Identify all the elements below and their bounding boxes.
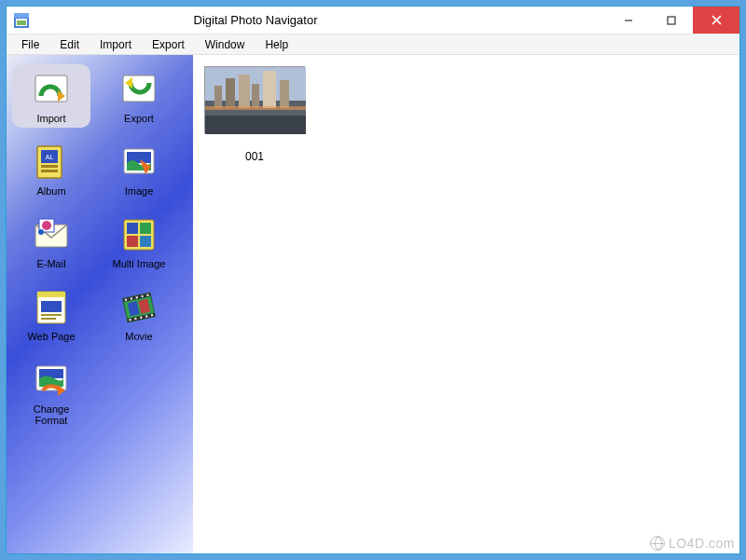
svg-rect-14 xyxy=(41,170,58,172)
svg-rect-56 xyxy=(205,106,306,110)
svg-rect-53 xyxy=(252,84,259,108)
sidebar-import-button[interactable]: Import xyxy=(12,64,90,128)
svg-rect-3 xyxy=(14,13,29,18)
thumbnail-pane: 001 xyxy=(193,55,739,553)
svg-rect-41 xyxy=(129,319,131,321)
thumbnail-image xyxy=(204,66,305,133)
menu-help[interactable]: Help xyxy=(256,36,297,53)
svg-rect-44 xyxy=(145,316,147,318)
sidebar-image-button[interactable]: Image xyxy=(100,137,178,200)
app-icon xyxy=(14,13,29,28)
titlebar: Digital Photo Navigator xyxy=(7,7,739,34)
menubar: File Edit Import Export Window Help xyxy=(7,34,739,55)
svg-rect-51 xyxy=(226,78,235,108)
email-icon xyxy=(32,215,71,254)
sidebar-export-button[interactable]: Export xyxy=(100,64,178,128)
sidebar-label: E-Mail xyxy=(36,258,65,269)
svg-rect-2 xyxy=(17,20,26,25)
thumbnail-item[interactable]: 001 xyxy=(204,66,305,163)
svg-rect-24 xyxy=(127,236,138,247)
menu-import[interactable]: Import xyxy=(90,36,141,53)
svg-rect-57 xyxy=(205,116,306,134)
thumbnail-label: 001 xyxy=(245,150,264,163)
watermark-text: LO4D.com xyxy=(669,536,735,551)
sidebar-label: Export xyxy=(124,113,154,124)
window-controls xyxy=(607,7,739,34)
sidebar-row: Web Page xyxy=(12,282,187,346)
sidebar-label: Movie xyxy=(125,331,152,342)
svg-rect-40 xyxy=(146,294,148,296)
album-icon: AL xyxy=(32,143,71,182)
svg-rect-38 xyxy=(136,296,138,298)
svg-rect-39 xyxy=(141,295,143,297)
svg-rect-50 xyxy=(214,86,222,108)
svg-rect-25 xyxy=(140,236,151,247)
minimize-button[interactable] xyxy=(607,7,650,34)
menu-edit[interactable]: Edit xyxy=(50,36,89,53)
content-area: Import Export xyxy=(7,55,739,553)
maximize-button[interactable] xyxy=(650,7,693,34)
svg-rect-45 xyxy=(151,314,153,316)
globe-icon xyxy=(650,536,665,551)
movie-icon xyxy=(119,288,159,327)
change-format-icon xyxy=(32,361,71,400)
svg-point-19 xyxy=(42,221,51,230)
window-title: Digital Photo Navigator xyxy=(35,13,477,27)
svg-rect-5 xyxy=(668,17,675,24)
svg-rect-13 xyxy=(41,165,58,168)
svg-rect-29 xyxy=(41,314,62,316)
app-window: Digital Photo Navigator File Edit Import… xyxy=(6,6,740,554)
sidebar-email-button[interactable]: E-Mail xyxy=(12,210,90,273)
sidebar-label: Web Page xyxy=(27,331,75,342)
sidebar: Import Export xyxy=(7,55,193,553)
sidebar-changeformat-button[interactable]: Change Format xyxy=(12,355,90,430)
menu-export[interactable]: Export xyxy=(143,36,194,53)
sidebar-webpage-button[interactable]: Web Page xyxy=(12,282,90,346)
sidebar-movie-button[interactable]: Movie xyxy=(100,282,178,346)
sidebar-label: Change Format xyxy=(34,403,70,426)
menu-file[interactable]: File xyxy=(12,36,48,53)
svg-rect-43 xyxy=(140,317,142,319)
image-icon xyxy=(119,143,159,182)
sidebar-label: Import xyxy=(36,113,65,124)
svg-rect-30 xyxy=(41,318,56,320)
svg-rect-23 xyxy=(140,223,151,234)
close-button[interactable] xyxy=(693,7,739,34)
sidebar-label: Multi Image xyxy=(113,258,166,269)
sidebar-row: Change Format xyxy=(12,355,187,430)
svg-rect-28 xyxy=(41,301,62,312)
sidebar-album-button[interactable]: AL Album xyxy=(12,137,90,200)
sidebar-row: E-Mail Multi Image xyxy=(12,210,187,273)
svg-rect-42 xyxy=(134,318,136,320)
sidebar-row: Import Export xyxy=(12,64,187,128)
svg-rect-27 xyxy=(37,292,65,297)
export-icon xyxy=(119,70,159,109)
webpage-icon xyxy=(32,288,71,327)
import-icon xyxy=(32,70,71,109)
sidebar-label: Album xyxy=(36,185,65,197)
sidebar-row: AL Album xyxy=(12,137,187,200)
svg-text:AL: AL xyxy=(46,154,54,160)
svg-rect-22 xyxy=(127,223,138,234)
sidebar-multiimage-button[interactable]: Multi Image xyxy=(100,210,178,273)
svg-rect-36 xyxy=(125,299,127,301)
svg-rect-55 xyxy=(280,80,289,108)
svg-point-20 xyxy=(38,229,44,235)
svg-rect-37 xyxy=(131,298,132,300)
watermark: LO4D.com xyxy=(650,536,735,551)
multi-image-icon xyxy=(119,215,159,254)
sidebar-label: Image xyxy=(125,185,154,197)
menu-window[interactable]: Window xyxy=(196,36,255,53)
svg-rect-52 xyxy=(239,75,250,108)
svg-rect-54 xyxy=(263,71,276,108)
